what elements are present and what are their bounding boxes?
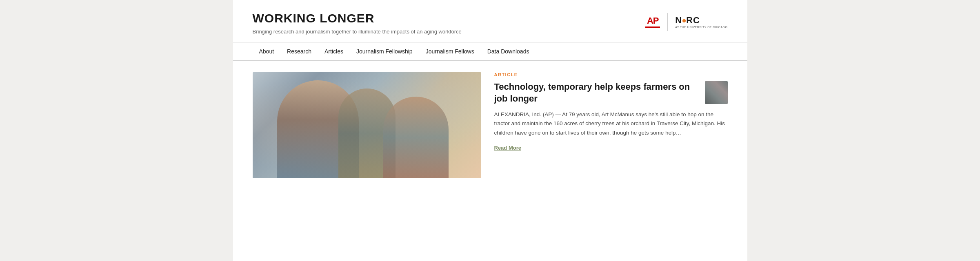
norc-logo: NRC at the University of Chicago xyxy=(675,16,727,29)
nav-link-articles[interactable]: Articles xyxy=(318,42,350,60)
nav-item-journalism-fellows[interactable]: Journalism Fellows xyxy=(419,42,481,60)
norc-logo-text: NRC xyxy=(675,16,700,25)
main-nav: About Research Articles Journalism Fello… xyxy=(233,42,747,61)
ap-logo-bar xyxy=(645,27,660,28)
nav-link-about[interactable]: About xyxy=(253,42,281,60)
norc-dot-icon xyxy=(682,19,686,22)
article-header: Technology, temporary help keeps farmers… xyxy=(494,81,728,104)
article-label: ARTICLE xyxy=(494,72,728,77)
nav-item-articles[interactable]: Articles xyxy=(318,42,350,60)
nav-item-research[interactable]: Research xyxy=(280,42,318,60)
read-more-link[interactable]: Read More xyxy=(494,145,521,151)
article-title: Technology, temporary help keeps farmers… xyxy=(494,81,699,104)
ap-logo: AP xyxy=(645,16,660,28)
nav-list: About Research Articles Journalism Fello… xyxy=(253,42,728,60)
logo-divider xyxy=(667,13,668,31)
page-wrapper: WORKING LONGER Bringing research and jou… xyxy=(233,0,747,261)
article-thumbnail xyxy=(705,81,728,104)
nav-link-journalism-fellowship[interactable]: Journalism Fellowship xyxy=(350,42,419,60)
partner-logos: AP NRC at the University of Chicago xyxy=(645,13,727,31)
nav-link-research[interactable]: Research xyxy=(280,42,318,60)
site-branding: WORKING LONGER Bringing research and jou… xyxy=(253,11,462,35)
article-excerpt: ALEXANDRIA, Ind. (AP) — At 79 years old,… xyxy=(494,110,728,137)
site-subtitle: Bringing research and journalism togethe… xyxy=(253,29,462,35)
site-header: WORKING LONGER Bringing research and jou… xyxy=(233,0,747,42)
site-title: WORKING LONGER xyxy=(253,11,462,25)
image-figure-right xyxy=(383,97,449,178)
article-thumbnail-image xyxy=(705,81,728,104)
nav-item-data-downloads[interactable]: Data Downloads xyxy=(481,42,536,60)
nav-link-data-downloads[interactable]: Data Downloads xyxy=(481,42,536,60)
nav-link-journalism-fellows[interactable]: Journalism Fellows xyxy=(419,42,481,60)
main-image xyxy=(253,72,481,178)
nav-item-about[interactable]: About xyxy=(253,42,281,60)
main-image-block xyxy=(253,72,481,178)
ap-logo-text: AP xyxy=(647,16,659,25)
nav-item-journalism-fellowship[interactable]: Journalism Fellowship xyxy=(350,42,419,60)
norc-subtitle: at the University of Chicago xyxy=(675,26,727,29)
content-area: ARTICLE Technology, temporary help keeps… xyxy=(233,61,747,178)
sidebar-content: ARTICLE Technology, temporary help keeps… xyxy=(494,72,728,178)
